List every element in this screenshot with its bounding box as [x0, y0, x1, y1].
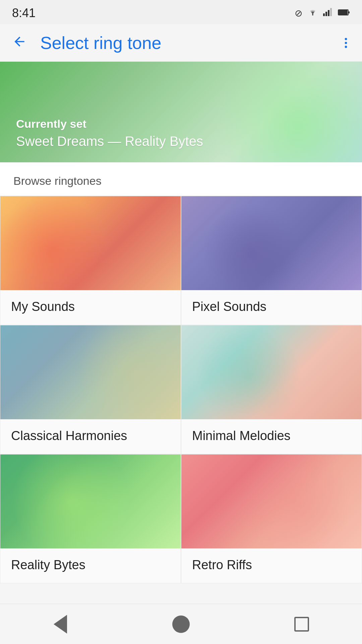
browse-section-label: Browse ringtones	[13, 174, 102, 187]
card-image-pixel	[181, 196, 362, 290]
card-image-my-sounds	[0, 196, 181, 290]
current-ringtone: Sweet Dreams — Reality Bytes	[16, 134, 346, 149]
card-label-pixel: Pixel Sounds	[181, 290, 362, 325]
wifi-icon	[308, 8, 318, 18]
currently-set-banner: Currently set Sweet Dreams — Reality Byt…	[0, 62, 362, 162]
ringtone-card-classical[interactable]: Classical Harmonies	[0, 325, 181, 454]
card-label-classical: Classical Harmonies	[0, 419, 181, 454]
home-nav-icon	[172, 615, 190, 633]
card-image-classical	[0, 325, 181, 419]
svg-point-0	[312, 14, 313, 15]
card-image-minimal	[181, 325, 362, 419]
bottom-navigation	[0, 604, 362, 644]
ringtone-card-minimal[interactable]: Minimal Melodies	[181, 325, 362, 454]
nav-home-button[interactable]	[168, 611, 194, 638]
more-options-button[interactable]	[339, 36, 353, 50]
app-icon: ⊘	[295, 8, 302, 19]
header-left: Select ring tone	[9, 32, 161, 54]
status-time: 8:41	[12, 6, 36, 20]
ringtone-card-retro[interactable]: Retro Riffs	[181, 454, 362, 583]
svg-rect-6	[339, 10, 347, 15]
svg-rect-4	[330, 8, 332, 16]
svg-point-8	[345, 38, 347, 40]
battery-icon	[338, 8, 350, 18]
currently-set-label: Currently set	[16, 117, 346, 130]
svg-rect-3	[328, 10, 329, 16]
card-image-retro	[181, 454, 362, 548]
card-image-reality	[0, 454, 181, 548]
back-nav-icon	[54, 615, 67, 634]
card-label-minimal: Minimal Melodies	[181, 419, 362, 454]
svg-point-9	[345, 42, 347, 44]
ringtone-grid: My SoundsPixel SoundsClassical Harmonies…	[0, 196, 362, 583]
svg-rect-1	[323, 13, 325, 16]
card-label-reality: Reality Bytes	[0, 548, 181, 583]
back-button[interactable]	[9, 32, 29, 54]
svg-rect-7	[348, 11, 350, 13]
card-label-retro: Retro Riffs	[181, 548, 362, 583]
ringtone-card-my-sounds[interactable]: My Sounds	[0, 196, 181, 325]
card-label-my-sounds: My Sounds	[0, 290, 181, 325]
nav-back-button[interactable]	[47, 611, 74, 638]
signal-icon	[323, 8, 333, 18]
ringtone-card-pixel[interactable]: Pixel Sounds	[181, 196, 362, 325]
svg-rect-2	[325, 12, 327, 16]
app-header: Select ring tone	[0, 24, 362, 62]
page-title: Select ring tone	[40, 33, 161, 53]
nav-recent-button[interactable]	[288, 611, 315, 638]
svg-point-10	[345, 46, 347, 48]
status-bar: 8:41 ⊘	[0, 0, 362, 24]
recent-nav-icon	[294, 617, 309, 632]
status-icons: ⊘	[295, 8, 350, 19]
ringtone-card-reality[interactable]: Reality Bytes	[0, 454, 181, 583]
